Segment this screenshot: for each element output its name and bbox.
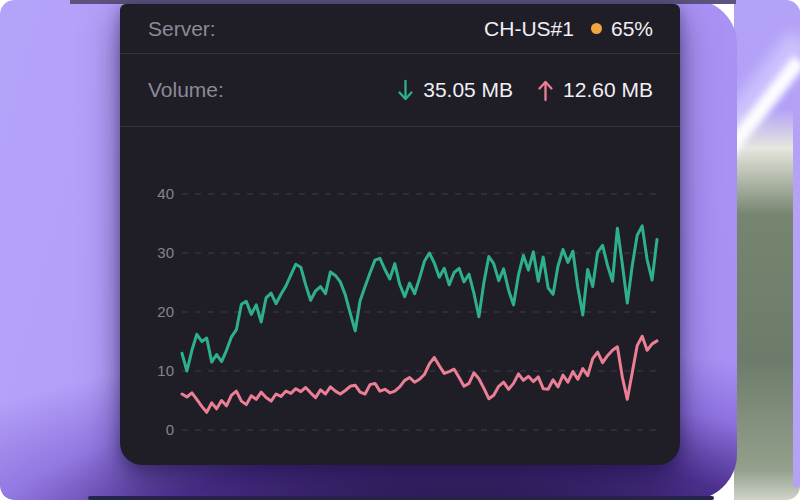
- server-info-group: CH-US#1 65%: [484, 17, 653, 41]
- volume-stats-group: 35.05 MB 12.60 MB: [397, 78, 653, 103]
- screenshot-frame: Server: CH-US#1 65% Volume: 35.05 MB: [0, 0, 800, 500]
- upload-value: 12.60 MB: [563, 78, 653, 102]
- upload-line: [182, 336, 657, 412]
- y-tick-label: 20: [157, 303, 174, 320]
- volume-chart: 010203040: [120, 127, 680, 465]
- server-label: Server:: [148, 17, 216, 41]
- download-arrow-icon: [397, 78, 414, 103]
- download-value: 35.05 MB: [423, 78, 513, 102]
- y-tick-label: 0: [166, 421, 174, 438]
- y-tick-label: 30: [157, 244, 174, 261]
- server-load-dot-icon: [591, 23, 602, 34]
- chart-area: 010203040: [120, 127, 680, 465]
- volume-row: Volume: 35.05 MB 12.: [120, 54, 680, 126]
- download-stat: 35.05 MB: [397, 78, 513, 103]
- y-tick-label: 40: [157, 185, 174, 202]
- background-bottom-accent-bar: [88, 496, 714, 500]
- server-name: CH-US#1: [484, 17, 574, 41]
- upload-stat: 12.60 MB: [537, 78, 653, 103]
- volume-label: Volume:: [148, 78, 224, 102]
- server-load-percent: 65%: [611, 17, 653, 41]
- upload-arrow-icon: [537, 78, 554, 103]
- y-tick-label: 10: [157, 362, 174, 379]
- connection-stats-card: Server: CH-US#1 65% Volume: 35.05 MB: [120, 4, 680, 465]
- download-line: [182, 226, 657, 371]
- server-row: Server: CH-US#1 65%: [120, 4, 680, 53]
